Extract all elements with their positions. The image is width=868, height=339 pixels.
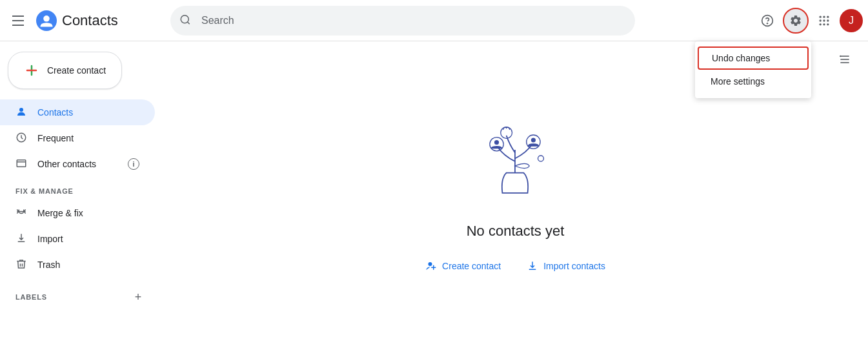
svg-point-1: [43, 15, 50, 22]
other-contacts-icon: [15, 158, 27, 171]
svg-point-31: [538, 156, 544, 161]
import-label: Import: [37, 234, 63, 244]
sidebar-item-import[interactable]: Import: [0, 226, 155, 252]
person-icon: [15, 106, 27, 119]
svg-point-2: [181, 15, 188, 23]
settings-button[interactable]: [783, 8, 809, 34]
svg-point-11: [827, 19, 829, 21]
create-contact-link-label: Create contact: [442, 261, 501, 271]
undo-changes-item[interactable]: Undo changes: [698, 46, 809, 70]
sidebar-item-merge[interactable]: Merge & fix: [0, 200, 155, 226]
fix-manage-section-title: Fix & manage: [0, 177, 163, 200]
import-icon: [527, 260, 538, 272]
svg-point-9: [820, 19, 822, 21]
labels-section-title: Labels: [15, 293, 47, 301]
search-icon: [179, 14, 191, 27]
sidebar-item-trash[interactable]: Trash: [0, 252, 155, 278]
apps-button[interactable]: [811, 8, 837, 34]
import-contacts-link[interactable]: Import contacts: [521, 255, 611, 277]
svg-point-32: [429, 262, 432, 266]
import-contacts-link-label: Import contacts: [543, 261, 605, 271]
header-right: J: [754, 8, 863, 34]
more-settings-item[interactable]: More settings: [695, 70, 811, 93]
svg-point-7: [823, 15, 825, 17]
menu-button[interactable]: [5, 8, 31, 34]
svg-point-8: [827, 15, 829, 17]
merge-label: Merge & fix: [37, 208, 83, 218]
svg-point-13: [823, 23, 825, 25]
sidebar-item-frequent[interactable]: Frequent: [0, 125, 155, 151]
create-person-icon: [425, 260, 437, 272]
settings-dropdown: Undo changes More settings: [695, 41, 811, 98]
create-contact-button[interactable]: Create contact: [8, 52, 122, 89]
svg-point-12: [820, 23, 822, 25]
other-contacts-label: Other contacts: [37, 159, 96, 169]
plus-icon: [24, 63, 39, 78]
add-label-button[interactable]: +: [129, 288, 147, 306]
user-avatar-button[interactable]: J: [840, 9, 863, 32]
labels-header: Labels +: [0, 278, 163, 311]
help-button[interactable]: [754, 8, 780, 34]
svg-point-6: [820, 15, 822, 17]
svg-rect-19: [17, 159, 26, 167]
hamburger-icon: [12, 15, 24, 26]
other-contacts-left: Other contacts: [15, 158, 96, 171]
contacts-logo-icon: [36, 10, 57, 31]
search-input[interactable]: [170, 6, 635, 36]
header-left: Contacts: [5, 8, 160, 34]
info-icon[interactable]: i: [128, 158, 139, 170]
search-wrap: [170, 6, 635, 36]
empty-state: No contacts yet Create contact: [420, 104, 611, 277]
svg-point-14: [827, 23, 829, 25]
empty-illustration: [470, 104, 560, 207]
import-icon: [15, 232, 27, 246]
trash-icon: [15, 258, 27, 272]
svg-point-29: [531, 138, 536, 142]
app-title: Contacts: [62, 12, 118, 29]
svg-line-3: [187, 21, 189, 23]
list-view-button[interactable]: [832, 46, 858, 72]
sidebar-item-other-contacts[interactable]: Other contacts i: [0, 151, 155, 177]
merge-icon: [15, 207, 27, 220]
app-logo: Contacts: [36, 10, 118, 31]
sidebar-item-contacts[interactable]: Contacts: [0, 99, 155, 125]
svg-point-10: [823, 19, 825, 21]
search-bar-container: [170, 6, 635, 36]
empty-title: No contacts yet: [467, 223, 565, 240]
history-icon: [15, 132, 27, 145]
header: Contacts: [0, 0, 868, 41]
frequent-label: Frequent: [37, 133, 74, 143]
create-contact-label: Create contact: [47, 65, 106, 76]
empty-actions: Create contact Import contacts: [420, 255, 611, 277]
sidebar: Create contact Contacts Frequent: [0, 41, 163, 339]
contacts-label: Contacts: [37, 107, 73, 118]
svg-point-17: [19, 108, 23, 112]
trash-label: Trash: [37, 260, 60, 270]
create-contact-link[interactable]: Create contact: [420, 255, 506, 277]
svg-point-27: [494, 140, 499, 145]
